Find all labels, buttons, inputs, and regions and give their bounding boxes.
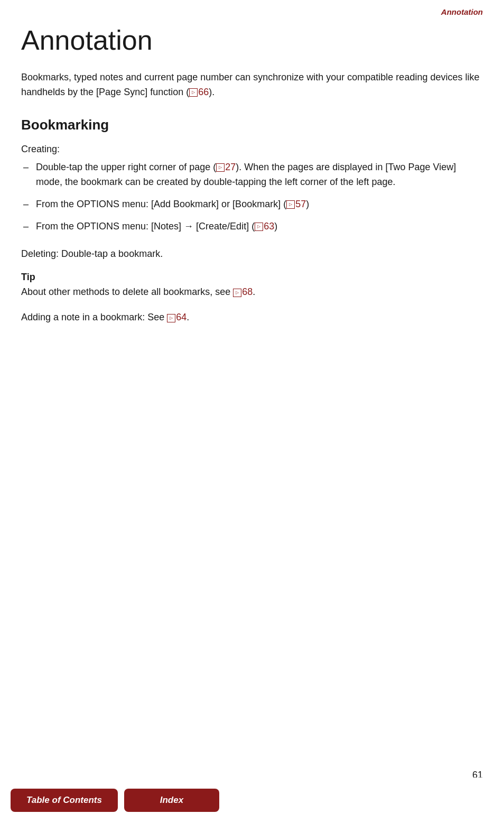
list-item: – From the OPTIONS menu: [Notes] → [Crea… bbox=[21, 219, 483, 234]
list-content-1: Double-tap the upper right corner of pag… bbox=[36, 160, 483, 190]
index-button[interactable]: Index bbox=[124, 789, 219, 812]
tip-link[interactable]: 68 bbox=[242, 285, 253, 300]
creating-label: Creating: bbox=[21, 144, 483, 155]
page-container: Annotation Annotation Bookmarks, typed n… bbox=[0, 0, 504, 823]
list-1-text-before: Double-tap the upper right corner of pag… bbox=[36, 162, 216, 172]
adding-note-section: Adding a note in a bookmark: See 64. bbox=[21, 310, 483, 325]
bookmarking-list: – Double-tap the upper right corner of p… bbox=[21, 160, 483, 234]
bottom-nav: Table of Contents Index bbox=[0, 778, 504, 823]
list-content-2: From the OPTIONS menu: [Add Bookmark] or… bbox=[36, 197, 483, 212]
list-3-link-icon bbox=[255, 223, 263, 231]
adding-note-text: Adding a note in a bookmark: See 64. bbox=[21, 310, 483, 325]
adding-note-link[interactable]: 64 bbox=[176, 310, 186, 325]
list-dash: – bbox=[21, 160, 36, 175]
list-2-link[interactable]: 57 bbox=[295, 197, 306, 212]
deleting-section: Deleting: Double-tap a bookmark. bbox=[21, 247, 483, 262]
tip-label: Tip bbox=[21, 272, 483, 283]
list-3-text-before: From the OPTIONS menu: [Notes] → [Create… bbox=[36, 221, 255, 232]
list-2-text-before: From the OPTIONS menu: [Add Bookmark] or… bbox=[36, 199, 286, 209]
intro-paragraph: Bookmarks, typed notes and current page … bbox=[21, 70, 483, 100]
list-dash: – bbox=[21, 197, 36, 212]
list-2-link-icon bbox=[286, 200, 295, 209]
bookmarking-heading: Bookmarking bbox=[21, 117, 483, 133]
tip-link-icon bbox=[233, 289, 241, 297]
list-3-link[interactable]: 63 bbox=[264, 219, 274, 234]
tip-text-before: About other methods to delete all bookma… bbox=[21, 286, 233, 297]
list-content-3: From the OPTIONS menu: [Notes] → [Create… bbox=[36, 219, 483, 234]
deleting-text: Deleting: Double-tap a bookmark. bbox=[21, 247, 483, 262]
header-section: Annotation bbox=[21, 0, 483, 20]
list-item: – From the OPTIONS menu: [Add Bookmark] … bbox=[21, 197, 483, 212]
list-1-link-icon bbox=[216, 163, 225, 172]
page-title: Annotation bbox=[21, 25, 483, 56]
adding-note-after: . bbox=[186, 312, 189, 322]
intro-link-icon bbox=[189, 88, 198, 97]
list-1-link[interactable]: 27 bbox=[225, 160, 236, 175]
header-label: Annotation bbox=[441, 7, 483, 16]
toc-button[interactable]: Table of Contents bbox=[11, 789, 118, 812]
adding-note-before: Adding a note in a bookmark: See bbox=[21, 312, 167, 322]
tip-text: About other methods to delete all bookma… bbox=[21, 285, 483, 300]
intro-text-before: Bookmarks, typed notes and current page … bbox=[21, 72, 479, 97]
tip-section: Tip About other methods to delete all bo… bbox=[21, 272, 483, 300]
bookmarking-section: Bookmarking Creating: – Double-tap the u… bbox=[21, 117, 483, 234]
intro-link[interactable]: 66 bbox=[198, 85, 209, 100]
tip-text-after: . bbox=[253, 286, 255, 297]
adding-note-link-icon bbox=[167, 314, 175, 322]
intro-text-suffix: ). bbox=[209, 87, 214, 97]
list-dash: – bbox=[21, 219, 36, 234]
list-item: – Double-tap the upper right corner of p… bbox=[21, 160, 483, 190]
